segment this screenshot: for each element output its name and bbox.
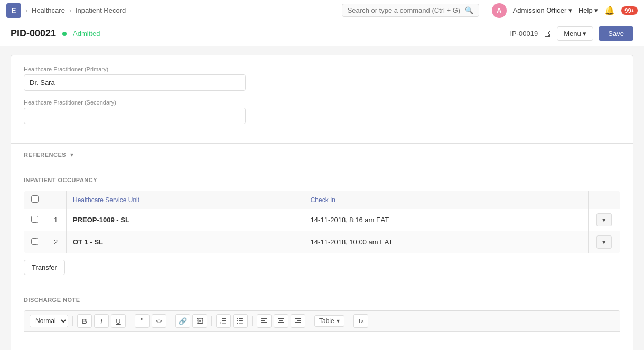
svg-rect-7 xyxy=(239,320,243,321)
toolbar-divider-1 xyxy=(72,316,73,326)
breadcrumb-chevron-1: › xyxy=(25,7,27,14)
main-card: Healthcare Practitioner (Primary) Health… xyxy=(11,55,633,350)
secondary-practitioner-input[interactable] xyxy=(24,108,246,124)
secondary-practitioner-group: Healthcare Practitioner (Secondary) xyxy=(24,99,620,124)
editor-body[interactable] xyxy=(24,332,620,350)
bold-button[interactable]: B xyxy=(77,314,92,328)
user-name: Admission Officer xyxy=(513,6,567,14)
svg-rect-19 xyxy=(297,320,301,321)
references-section-header[interactable]: REFERENCES ▾ xyxy=(11,143,633,166)
search-icon: 🔍 xyxy=(465,6,473,14)
app-logo: E xyxy=(6,3,21,18)
table-button[interactable]: Table ▾ xyxy=(314,315,344,327)
row2-dropdown-button[interactable]: ▾ xyxy=(596,235,612,249)
print-icon[interactable]: 🖨 xyxy=(543,29,552,39)
svg-rect-20 xyxy=(295,322,301,323)
sub-header-actions: IP-00019 🖨 Menu ▾ Save xyxy=(510,26,633,41)
row1-checkbox[interactable] xyxy=(31,216,38,223)
menu-button[interactable]: Menu ▾ xyxy=(557,26,593,41)
link-button[interactable]: 🔗 xyxy=(175,314,190,328)
breadcrumb-inpatient-record[interactable]: Inpatient Record xyxy=(76,6,126,14)
menu-label: Menu xyxy=(564,30,581,37)
table-header-checkbox xyxy=(24,191,45,209)
editor-toolbar: Normal B I U " <> 🔗 🖼 123 xyxy=(24,311,620,332)
toolbar-divider-7 xyxy=(349,316,349,326)
breadcrumb-chevron-2: › xyxy=(69,7,71,14)
notifications-badge: 99+ xyxy=(621,6,638,15)
references-title: REFERENCES xyxy=(24,152,66,158)
search-input[interactable] xyxy=(348,6,462,14)
transfer-button[interactable]: Transfer xyxy=(24,260,65,275)
sub-header: PID-00021 Admitted IP-00019 🖨 Menu ▾ Sav… xyxy=(0,21,644,46)
row1-num: 1 xyxy=(45,209,67,231)
blockquote-button[interactable]: " xyxy=(135,314,150,328)
svg-rect-1 xyxy=(222,320,226,321)
image-button[interactable]: 🖼 xyxy=(192,314,207,328)
occupancy-table: Healthcare Service Unit Check In 1 PREOP… xyxy=(24,191,620,253)
references-chevron-icon: ▾ xyxy=(70,151,73,158)
row2-checkbox[interactable] xyxy=(31,238,38,245)
user-menu[interactable]: Admission Officer ▾ xyxy=(513,6,572,14)
unordered-list-button[interactable] xyxy=(233,314,248,328)
nav-right: A Admission Officer ▾ Help ▾ 🔔 99+ xyxy=(492,3,638,18)
row2-num: 2 xyxy=(45,231,67,253)
select-all-checkbox[interactable] xyxy=(31,195,39,203)
help-label: Help xyxy=(578,6,593,14)
svg-rect-0 xyxy=(222,318,226,319)
ordered-list-button[interactable]: 123 xyxy=(216,314,231,328)
breadcrumb-healthcare[interactable]: Healthcare xyxy=(32,6,65,14)
discharge-note-title: DISCHARGE NOTE xyxy=(24,297,620,303)
underline-button[interactable]: U xyxy=(111,314,126,328)
svg-rect-6 xyxy=(239,318,243,319)
primary-practitioner-input[interactable] xyxy=(24,74,246,91)
svg-rect-8 xyxy=(239,323,243,324)
table-row: 2 OT 1 - SL 14-11-2018, 10:00 am EAT ▾ xyxy=(24,231,620,253)
toolbar-divider-3 xyxy=(171,316,171,326)
save-button[interactable]: Save xyxy=(599,26,633,41)
table-header-unit: Healthcare Service Unit xyxy=(67,191,304,209)
help-dropdown-arrow: ▾ xyxy=(594,6,598,14)
practitioners-section: Healthcare Practitioner (Primary) Health… xyxy=(11,55,633,143)
table-header-num xyxy=(45,191,67,209)
help-menu[interactable]: Help ▾ xyxy=(578,6,598,14)
menu-chevron-icon: ▾ xyxy=(583,30,586,37)
inpatient-occupancy-section: INPATIENT OCCUPANCY Healthcare Service U… xyxy=(11,166,633,286)
pid-label: PID-00021 xyxy=(11,28,56,39)
svg-point-9 xyxy=(237,318,238,319)
svg-rect-18 xyxy=(295,318,301,319)
align-right-button[interactable] xyxy=(291,314,305,328)
status-text: Admitted xyxy=(73,30,100,37)
ip-number: IP-00019 xyxy=(510,30,538,37)
svg-rect-13 xyxy=(261,320,265,321)
row1-dropdown-button[interactable]: ▾ xyxy=(596,213,612,226)
secondary-practitioner-label: Healthcare Practitioner (Secondary) xyxy=(24,99,620,106)
row2-checkbox-cell xyxy=(24,231,45,253)
row1-checkbox-cell xyxy=(24,209,45,231)
row1-action: ▾ xyxy=(589,209,620,231)
align-left-button[interactable] xyxy=(257,314,272,328)
svg-rect-14 xyxy=(261,322,267,323)
table-button-label: Table xyxy=(319,317,334,325)
italic-button[interactable]: I xyxy=(94,314,109,328)
table-header-checkin: Check In xyxy=(304,191,588,209)
table-header-action xyxy=(589,191,620,209)
row2-unit: OT 1 - SL xyxy=(67,231,304,253)
main-content: Healthcare Practitioner (Primary) Health… xyxy=(0,46,644,350)
code-button[interactable]: <> xyxy=(152,314,166,328)
svg-point-10 xyxy=(237,320,238,321)
primary-practitioner-group: Healthcare Practitioner (Primary) xyxy=(24,66,620,91)
format-select[interactable]: Normal xyxy=(30,315,68,327)
rich-text-editor: Normal B I U " <> 🔗 🖼 123 xyxy=(24,310,620,350)
svg-text:3: 3 xyxy=(220,321,222,324)
toolbar-divider-4 xyxy=(211,316,212,326)
svg-rect-12 xyxy=(261,318,267,319)
clear-format-button[interactable]: Tx xyxy=(353,314,368,328)
toolbar-divider-2 xyxy=(130,316,130,326)
svg-rect-17 xyxy=(278,322,284,323)
top-nav: E › Healthcare › Inpatient Record 🔍 A Ad… xyxy=(0,0,644,21)
search-box[interactable]: 🔍 xyxy=(342,4,479,17)
status-dot xyxy=(62,32,67,36)
row1-checkin: 14-11-2018, 8:16 am EAT xyxy=(304,209,588,231)
align-center-button[interactable] xyxy=(274,314,288,328)
notifications-icon[interactable]: 🔔 xyxy=(604,5,615,15)
